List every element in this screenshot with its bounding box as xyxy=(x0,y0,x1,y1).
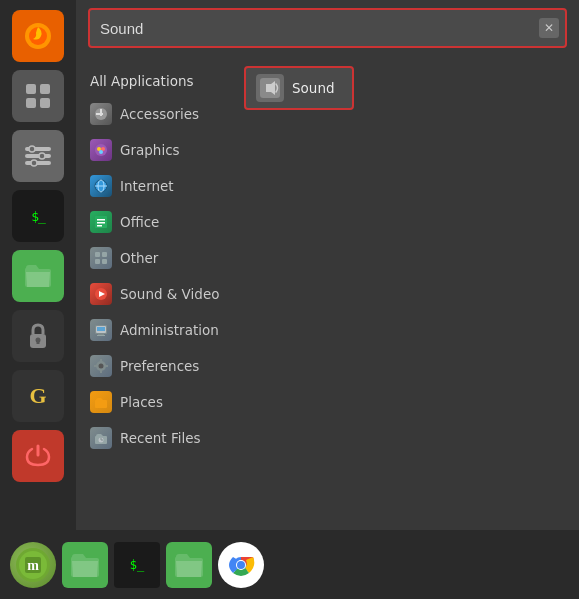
sidebar-icon-lock[interactable] xyxy=(12,310,64,362)
svg-text:m: m xyxy=(27,558,39,573)
recent-files-icon xyxy=(90,427,112,449)
results-panel: Sound xyxy=(236,56,579,526)
category-all[interactable]: All Applications xyxy=(76,66,236,96)
sidebar-icon-terminal[interactable]: $_ xyxy=(12,190,64,242)
taskbar-files2[interactable] xyxy=(166,542,212,588)
category-places-label: Places xyxy=(120,394,163,410)
category-sound-video-label: Sound & Video xyxy=(120,286,219,302)
sound-result-icon xyxy=(256,74,284,102)
svg-rect-8 xyxy=(25,161,51,165)
main-panel: ✕ All Applications Accessories Graphics xyxy=(76,0,579,530)
svg-rect-3 xyxy=(40,84,50,94)
search-input[interactable] xyxy=(96,20,539,37)
category-preferences[interactable]: Preferences xyxy=(76,348,236,384)
sidebar-icon-files[interactable] xyxy=(12,250,64,302)
svg-rect-29 xyxy=(95,252,100,257)
svg-rect-44 xyxy=(94,365,97,367)
category-recent-label: Recent Files xyxy=(120,430,201,446)
taskbar-files[interactable] xyxy=(62,542,108,588)
svg-rect-14 xyxy=(37,340,40,344)
svg-rect-37 xyxy=(97,335,105,336)
taskbar-chrome[interactable] xyxy=(218,542,264,588)
svg-rect-42 xyxy=(100,359,102,362)
category-administration[interactable]: Administration xyxy=(76,312,236,348)
sidebar: $_ G xyxy=(0,0,76,530)
sound-video-icon xyxy=(90,283,112,305)
taskbar-mint-menu[interactable]: m xyxy=(10,542,56,588)
category-accessories-label: Accessories xyxy=(120,106,199,122)
sidebar-icon-grub[interactable]: G xyxy=(12,370,64,422)
svg-point-11 xyxy=(31,160,37,166)
sound-result-label: Sound xyxy=(292,80,335,96)
svg-point-10 xyxy=(39,153,45,159)
category-accessories[interactable]: Accessories xyxy=(76,96,236,132)
category-all-label: All Applications xyxy=(90,73,194,89)
result-sound[interactable]: Sound xyxy=(244,66,354,110)
search-clear-button[interactable]: ✕ xyxy=(539,18,559,38)
places-icon xyxy=(90,391,112,413)
svg-point-21 xyxy=(99,150,103,154)
category-places[interactable]: Places xyxy=(76,384,236,420)
office-icon xyxy=(90,211,112,233)
sidebar-icon-grid[interactable] xyxy=(12,70,64,122)
svg-rect-2 xyxy=(26,84,36,94)
svg-rect-4 xyxy=(26,98,36,108)
categories-panel: All Applications Accessories Graphics In… xyxy=(76,56,236,526)
category-administration-label: Administration xyxy=(120,322,219,338)
category-internet[interactable]: Internet xyxy=(76,168,236,204)
svg-rect-7 xyxy=(25,154,51,158)
sidebar-icon-power[interactable] xyxy=(12,430,64,482)
category-other[interactable]: Other xyxy=(76,240,236,276)
svg-rect-39 xyxy=(97,327,105,331)
category-graphics-label: Graphics xyxy=(120,142,180,158)
svg-point-9 xyxy=(29,146,35,152)
svg-rect-31 xyxy=(95,259,100,264)
taskbar-terminal[interactable]: $_ xyxy=(114,542,160,588)
category-sound-video[interactable]: Sound & Video xyxy=(76,276,236,312)
svg-rect-45 xyxy=(105,365,108,367)
search-bar: ✕ xyxy=(88,8,567,48)
svg-point-57 xyxy=(237,561,245,569)
category-office-label: Office xyxy=(120,214,159,230)
other-icon xyxy=(90,247,112,269)
content-area: All Applications Accessories Graphics In… xyxy=(76,56,579,526)
category-graphics[interactable]: Graphics xyxy=(76,132,236,168)
svg-rect-43 xyxy=(100,370,102,373)
category-preferences-label: Preferences xyxy=(120,358,199,374)
svg-rect-28 xyxy=(97,225,102,227)
category-other-label: Other xyxy=(120,250,158,266)
category-recent[interactable]: Recent Files xyxy=(76,420,236,456)
sidebar-icon-firefox[interactable] xyxy=(12,10,64,62)
category-internet-label: Internet xyxy=(120,178,174,194)
sidebar-icon-settings[interactable] xyxy=(12,130,64,182)
category-office[interactable]: Office xyxy=(76,204,236,240)
svg-rect-27 xyxy=(97,222,105,224)
svg-rect-30 xyxy=(102,252,107,257)
taskbar: m $_ xyxy=(0,530,579,599)
administration-icon xyxy=(90,319,112,341)
svg-rect-26 xyxy=(97,219,105,221)
graphics-icon xyxy=(90,139,112,161)
svg-rect-5 xyxy=(40,98,50,108)
svg-point-41 xyxy=(99,364,104,369)
preferences-icon xyxy=(90,355,112,377)
accessories-icon xyxy=(90,103,112,125)
svg-rect-17 xyxy=(96,113,103,115)
svg-rect-32 xyxy=(102,259,107,264)
internet-icon xyxy=(90,175,112,197)
